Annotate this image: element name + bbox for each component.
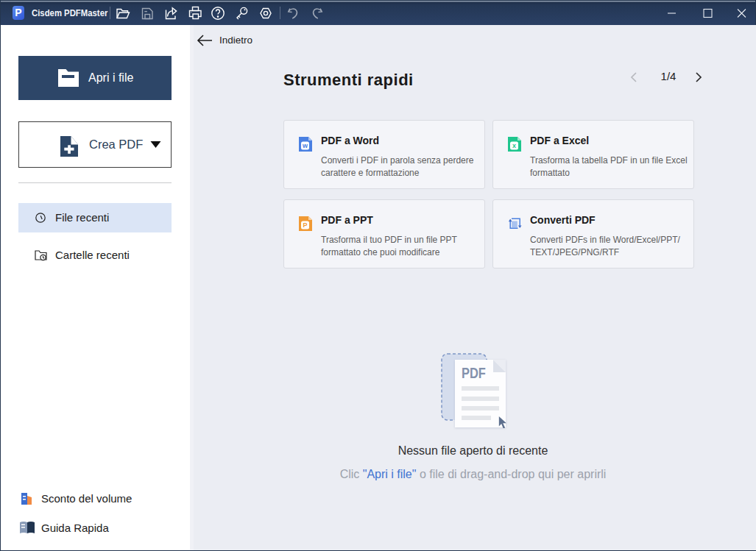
svg-text:w: w xyxy=(302,142,308,149)
svg-text:x: x xyxy=(512,142,516,149)
svg-text:P: P xyxy=(303,221,307,229)
